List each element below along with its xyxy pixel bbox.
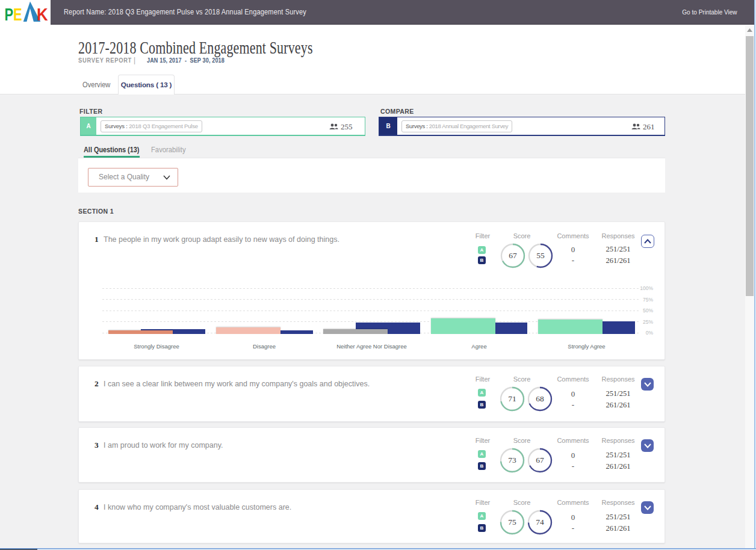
svg-text:P: P [5, 4, 14, 25]
svg-text:E: E [13, 4, 22, 25]
svg-text:K: K [37, 5, 48, 25]
